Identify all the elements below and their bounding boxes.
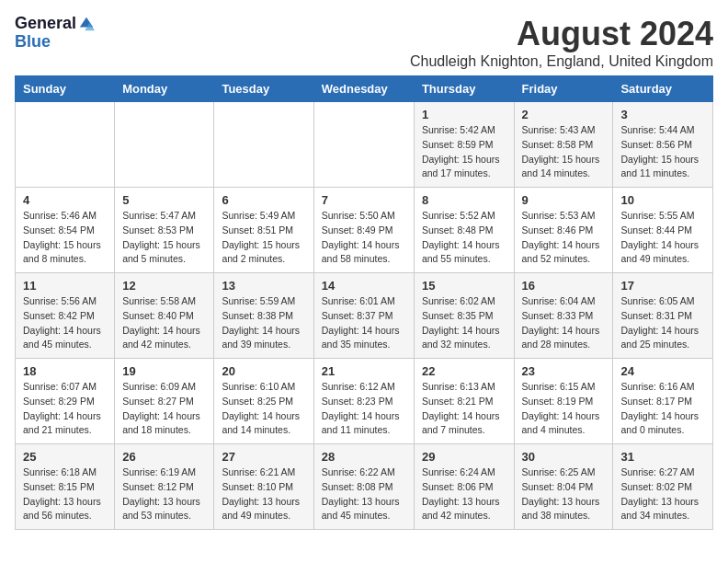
day-number: 24 — [620, 364, 705, 378]
day-info: Sunrise: 6:16 AMSunset: 8:17 PMDaylight:… — [620, 380, 705, 438]
calendar-cell: 31Sunrise: 6:27 AMSunset: 8:02 PMDayligh… — [613, 444, 713, 530]
calendar-cell — [313, 102, 414, 188]
calendar-cell: 12Sunrise: 5:58 AMSunset: 8:40 PMDayligh… — [115, 273, 214, 359]
day-number: 26 — [122, 450, 206, 464]
calendar-cell: 22Sunrise: 6:13 AMSunset: 8:21 PMDayligh… — [414, 359, 514, 444]
calendar-cell: 10Sunrise: 5:55 AMSunset: 8:44 PMDayligh… — [613, 188, 713, 273]
calendar-week-1: 1Sunrise: 5:42 AMSunset: 8:59 PMDaylight… — [16, 102, 713, 188]
logo: General Blue — [15, 15, 95, 52]
calendar-cell: 4Sunrise: 5:46 AMSunset: 8:54 PMDaylight… — [16, 188, 115, 273]
calendar-cell: 24Sunrise: 6:16 AMSunset: 8:17 PMDayligh… — [613, 359, 713, 444]
calendar-cell: 18Sunrise: 6:07 AMSunset: 8:29 PMDayligh… — [16, 359, 115, 444]
day-number: 18 — [23, 364, 107, 378]
column-header-monday: Monday — [115, 76, 214, 102]
day-info: Sunrise: 5:55 AMSunset: 8:44 PMDaylight:… — [620, 209, 705, 267]
day-number: 17 — [620, 279, 705, 293]
day-number: 12 — [122, 279, 206, 293]
calendar-cell: 7Sunrise: 5:50 AMSunset: 8:49 PMDaylight… — [313, 188, 414, 273]
calendar-cell: 8Sunrise: 5:52 AMSunset: 8:48 PMDaylight… — [414, 188, 514, 273]
day-number: 22 — [422, 364, 506, 378]
day-info: Sunrise: 6:12 AMSunset: 8:23 PMDaylight:… — [322, 380, 406, 438]
calendar-cell: 23Sunrise: 6:15 AMSunset: 8:19 PMDayligh… — [514, 359, 613, 444]
day-info: Sunrise: 6:18 AMSunset: 8:15 PMDaylight:… — [23, 465, 107, 523]
day-number: 1 — [422, 108, 506, 121]
day-info: Sunrise: 6:09 AMSunset: 8:27 PMDaylight:… — [122, 380, 206, 438]
calendar-cell: 26Sunrise: 6:19 AMSunset: 8:12 PMDayligh… — [115, 444, 214, 530]
logo-blue: Blue — [15, 33, 51, 52]
day-number: 3 — [620, 108, 705, 121]
calendar-cell: 28Sunrise: 6:22 AMSunset: 8:08 PMDayligh… — [313, 444, 414, 530]
calendar-week-2: 4Sunrise: 5:46 AMSunset: 8:54 PMDaylight… — [16, 188, 713, 273]
calendar-cell: 14Sunrise: 6:01 AMSunset: 8:37 PMDayligh… — [313, 273, 414, 359]
calendar-cell: 17Sunrise: 6:05 AMSunset: 8:31 PMDayligh… — [613, 273, 713, 359]
calendar-cell: 20Sunrise: 6:10 AMSunset: 8:25 PMDayligh… — [214, 359, 313, 444]
subtitle: Chudleigh Knighton, England, United King… — [410, 53, 713, 70]
day-number: 20 — [222, 364, 305, 378]
day-info: Sunrise: 6:19 AMSunset: 8:12 PMDaylight:… — [122, 465, 206, 523]
calendar-week-3: 11Sunrise: 5:56 AMSunset: 8:42 PMDayligh… — [16, 273, 713, 359]
day-number: 27 — [222, 450, 305, 464]
calendar-cell: 1Sunrise: 5:42 AMSunset: 8:59 PMDaylight… — [414, 102, 514, 188]
calendar-cell: 2Sunrise: 5:43 AMSunset: 8:58 PMDaylight… — [514, 102, 613, 188]
day-info: Sunrise: 6:24 AMSunset: 8:06 PMDaylight:… — [422, 465, 506, 523]
column-header-sunday: Sunday — [16, 76, 115, 102]
day-info: Sunrise: 5:46 AMSunset: 8:54 PMDaylight:… — [23, 209, 107, 267]
calendar-header-row: SundayMondayTuesdayWednesdayThursdayFrid… — [16, 76, 713, 102]
day-number: 16 — [522, 279, 606, 293]
day-number: 2 — [522, 108, 606, 121]
day-info: Sunrise: 5:56 AMSunset: 8:42 PMDaylight:… — [23, 294, 107, 352]
day-info: Sunrise: 5:59 AMSunset: 8:38 PMDaylight:… — [222, 294, 305, 352]
day-number: 4 — [23, 193, 107, 207]
column-header-wednesday: Wednesday — [313, 76, 414, 102]
calendar-cell: 19Sunrise: 6:09 AMSunset: 8:27 PMDayligh… — [115, 359, 214, 444]
day-info: Sunrise: 5:49 AMSunset: 8:51 PMDaylight:… — [222, 209, 305, 267]
calendar-cell: 29Sunrise: 6:24 AMSunset: 8:06 PMDayligh… — [414, 444, 514, 530]
calendar-cell: 21Sunrise: 6:12 AMSunset: 8:23 PMDayligh… — [313, 359, 414, 444]
calendar-cell: 9Sunrise: 5:53 AMSunset: 8:46 PMDaylight… — [514, 188, 613, 273]
calendar-cell: 30Sunrise: 6:25 AMSunset: 8:04 PMDayligh… — [514, 444, 613, 530]
day-info: Sunrise: 5:43 AMSunset: 8:58 PMDaylight:… — [522, 123, 606, 181]
day-info: Sunrise: 5:58 AMSunset: 8:40 PMDaylight:… — [122, 294, 206, 352]
calendar-week-5: 25Sunrise: 6:18 AMSunset: 8:15 PMDayligh… — [16, 444, 713, 530]
column-header-tuesday: Tuesday — [214, 76, 313, 102]
day-info: Sunrise: 6:10 AMSunset: 8:25 PMDaylight:… — [222, 380, 305, 438]
day-number: 30 — [522, 450, 606, 464]
calendar-cell: 11Sunrise: 5:56 AMSunset: 8:42 PMDayligh… — [16, 273, 115, 359]
day-number: 14 — [322, 279, 406, 293]
day-number: 13 — [222, 279, 305, 293]
day-info: Sunrise: 6:05 AMSunset: 8:31 PMDaylight:… — [620, 294, 705, 352]
main-title: August 2024 — [410, 15, 713, 53]
calendar-cell — [115, 102, 214, 188]
day-number: 9 — [522, 193, 606, 207]
day-info: Sunrise: 6:22 AMSunset: 8:08 PMDaylight:… — [322, 465, 406, 523]
calendar-cell: 13Sunrise: 5:59 AMSunset: 8:38 PMDayligh… — [214, 273, 313, 359]
logo-general: General — [15, 15, 76, 33]
logo-icon — [78, 16, 95, 32]
calendar-cell: 3Sunrise: 5:44 AMSunset: 8:56 PMDaylight… — [613, 102, 713, 188]
day-number: 6 — [222, 193, 305, 207]
day-info: Sunrise: 5:47 AMSunset: 8:53 PMDaylight:… — [122, 209, 206, 267]
header: General Blue August 2024 Chudleigh Knigh… — [15, 15, 713, 70]
calendar-cell — [16, 102, 115, 188]
day-info: Sunrise: 6:02 AMSunset: 8:35 PMDaylight:… — [422, 294, 506, 352]
column-header-friday: Friday — [514, 76, 613, 102]
column-header-thursday: Thursday — [414, 76, 514, 102]
day-info: Sunrise: 6:15 AMSunset: 8:19 PMDaylight:… — [522, 380, 606, 438]
day-number: 23 — [522, 364, 606, 378]
title-area: August 2024 Chudleigh Knighton, England,… — [410, 15, 713, 70]
calendar-cell: 27Sunrise: 6:21 AMSunset: 8:10 PMDayligh… — [214, 444, 313, 530]
day-number: 28 — [322, 450, 406, 464]
calendar-cell — [214, 102, 313, 188]
day-info: Sunrise: 6:04 AMSunset: 8:33 PMDaylight:… — [522, 294, 606, 352]
day-number: 21 — [322, 364, 406, 378]
day-info: Sunrise: 6:01 AMSunset: 8:37 PMDaylight:… — [322, 294, 406, 352]
column-header-saturday: Saturday — [613, 76, 713, 102]
day-info: Sunrise: 5:50 AMSunset: 8:49 PMDaylight:… — [322, 209, 406, 267]
day-number: 8 — [422, 193, 506, 207]
day-info: Sunrise: 6:27 AMSunset: 8:02 PMDaylight:… — [620, 465, 705, 523]
calendar-cell: 25Sunrise: 6:18 AMSunset: 8:15 PMDayligh… — [16, 444, 115, 530]
calendar-cell: 6Sunrise: 5:49 AMSunset: 8:51 PMDaylight… — [214, 188, 313, 273]
day-number: 19 — [122, 364, 206, 378]
day-info: Sunrise: 6:25 AMSunset: 8:04 PMDaylight:… — [522, 465, 606, 523]
day-number: 11 — [23, 279, 107, 293]
